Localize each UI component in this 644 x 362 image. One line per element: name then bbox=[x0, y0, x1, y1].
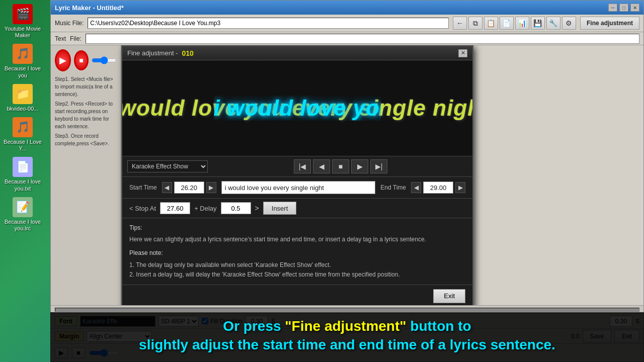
end-time-input[interactable] bbox=[423, 182, 453, 194]
fine-adjustment-modal: Fine adjustment - 010 ✕ i would love you… bbox=[121, 45, 473, 305]
delay-input[interactable] bbox=[221, 202, 251, 214]
modal-titlebar: Fine adjustment - 010 ✕ bbox=[122, 46, 472, 60]
modal-exit-button[interactable]: Exit bbox=[433, 289, 465, 303]
start-time-decrease[interactable]: ◀ bbox=[162, 182, 172, 193]
subtitle-highlight: "Fine adjustment" bbox=[285, 318, 406, 334]
tips-body: Here we can slightly adjust a lyrics sen… bbox=[129, 235, 465, 244]
stop-at-input[interactable] bbox=[160, 202, 190, 214]
main-window: Lyric Maker - Untitled* ─ □ ✕ Music File… bbox=[50, 0, 644, 362]
bkvideo-icon: 📁 bbox=[13, 84, 33, 104]
stop-at-row: < Stop At + Delay > Insert bbox=[122, 198, 472, 218]
mp3-icon-label: Because I love you bbox=[3, 65, 43, 78]
step3-text: Step3. Once record complete,press <Save>… bbox=[55, 132, 117, 147]
progress-track[interactable] bbox=[55, 308, 639, 312]
note-2: 2. Insert a delay tag, will delay the 'K… bbox=[129, 270, 465, 280]
tool-btn-doc2[interactable]: 📄 bbox=[500, 17, 514, 30]
tool-btn-copy[interactable]: ⧉ bbox=[468, 17, 482, 30]
transport-prev[interactable]: ◀ bbox=[313, 159, 330, 173]
stop-at-label: < Stop At bbox=[129, 205, 156, 212]
desktop-icon-txt[interactable]: 📄 Because I love you.txt bbox=[3, 157, 43, 192]
karaoke-text-foreground: i would love you every single night bbox=[214, 96, 381, 121]
minimize-button[interactable]: ─ bbox=[608, 4, 617, 12]
tool-btn-chart[interactable]: 📊 bbox=[515, 17, 529, 30]
main-title: Lyric Maker - Untitled* bbox=[55, 4, 124, 12]
step1-text: Step1. Select <Mucis file> to import mus… bbox=[55, 75, 117, 98]
text-file-input[interactable] bbox=[86, 34, 639, 44]
stop-button[interactable]: ■ bbox=[74, 50, 89, 70]
modal-exit-row: Exit bbox=[122, 285, 472, 305]
lyrics-sentence-input[interactable] bbox=[221, 181, 376, 194]
bkvideo-icon-label: bkvideo-00... bbox=[7, 106, 39, 112]
preview-area: i would love you every single night i wo… bbox=[122, 60, 472, 156]
lrc-icon-label: Because I love you.lrc bbox=[3, 219, 43, 232]
titlebar-controls: ─ □ ✕ bbox=[608, 4, 639, 12]
note-title: Please note: bbox=[129, 248, 465, 258]
desktop-icon-bkvideo[interactable]: 📁 bkvideo-00... bbox=[3, 84, 43, 112]
transport-stop[interactable]: ■ bbox=[332, 159, 349, 173]
youtube-icon-label: Youtube Movie Maker bbox=[3, 26, 43, 39]
maximize-button[interactable]: □ bbox=[619, 4, 628, 12]
desktop-icon-youtube[interactable]: 🎬 Youtube Movie Maker bbox=[3, 4, 43, 39]
music-file-input[interactable] bbox=[88, 18, 449, 29]
youtube-icon: 🎬 bbox=[13, 4, 33, 24]
note-1: 1. The delay tag only be available when … bbox=[129, 260, 465, 270]
end-time-decrease[interactable]: ◀ bbox=[411, 182, 421, 193]
insert-button[interactable]: Insert bbox=[263, 202, 297, 215]
desktop-icon-lrc[interactable]: 📝 Because I love you.lrc bbox=[3, 197, 43, 232]
arrow-right: > bbox=[255, 204, 259, 212]
subtitle-line1: Or press "Fine adjustment" button to bbox=[60, 317, 634, 335]
tool-btn-save[interactable]: 💾 bbox=[531, 17, 545, 30]
start-time-increase[interactable]: ▶ bbox=[206, 182, 216, 193]
end-time-label: End Time bbox=[380, 184, 406, 191]
modal-title-row: Fine adjustment - 010 bbox=[127, 49, 194, 57]
close-button[interactable]: ✕ bbox=[630, 4, 639, 12]
modal-title-number: 010 bbox=[182, 49, 193, 57]
file-label: File: bbox=[70, 35, 82, 42]
end-time-increase[interactable]: ▶ bbox=[455, 182, 465, 193]
desktop-icons: 🎬 Youtube Movie Maker 🎵 Because I love y… bbox=[0, 0, 45, 236]
transport-next[interactable]: ▶ bbox=[351, 159, 368, 173]
music-file-toolbar: Music File: ← ⧉ 📋 📄 📊 💾 🔧 ⚙ Fine adjustm… bbox=[51, 15, 643, 32]
time-adjustment-section: Start Time ◀ ▶ End Time ◀ ▶ bbox=[122, 176, 472, 198]
main-titlebar: Lyric Maker - Untitled* ─ □ ✕ bbox=[51, 1, 643, 15]
tool-btn-settings[interactable]: ⚙ bbox=[562, 17, 576, 30]
tool-btn-doc1[interactable]: 📋 bbox=[484, 17, 498, 30]
effect-dropdown[interactable]: Karaoke Effect Show bbox=[127, 160, 208, 172]
start-time-label: Start Time bbox=[129, 184, 157, 191]
end-time-controls: ◀ ▶ bbox=[411, 182, 465, 194]
modal-controls-row: Karaoke Effect Show |◀ ◀ ■ ▶ ▶| bbox=[122, 156, 472, 176]
start-time-input[interactable] bbox=[174, 182, 204, 194]
step2-text: Step2. Press <Record> to start recording… bbox=[55, 100, 117, 130]
subtitle-banner: Or press "Fine adjustment" button to sli… bbox=[50, 312, 644, 362]
modal-title-text: Fine adjustment - bbox=[127, 49, 178, 57]
subtitle-line2: slightly adjust the start time and end t… bbox=[60, 336, 634, 354]
txt-icon: 📄 bbox=[13, 157, 33, 177]
fine-adjustment-button[interactable]: Fine adjustment bbox=[580, 17, 639, 30]
txt-icon-label: Because I love you.txt bbox=[3, 178, 43, 192]
desktop-icon-mp3-2[interactable]: 🎵 Because I Love Y... bbox=[3, 117, 43, 152]
lrc-icon: 📝 bbox=[13, 197, 33, 217]
text-file-row: Text File: bbox=[51, 32, 643, 45]
volume-slider[interactable] bbox=[92, 56, 117, 64]
music-file-label: Music File: bbox=[55, 20, 84, 27]
transport-to-start[interactable]: |◀ bbox=[294, 159, 311, 173]
mp3-icon: 🎵 bbox=[13, 44, 33, 64]
play-button[interactable]: ▶ bbox=[55, 49, 71, 71]
modal-close-button[interactable]: ✕ bbox=[458, 49, 467, 57]
desktop: 🎬 Youtube Movie Maker 🎵 Because I love y… bbox=[0, 0, 644, 362]
steps-text: Step1. Select <Mucis file> to import mus… bbox=[55, 75, 117, 147]
text-label: Text bbox=[55, 35, 66, 42]
modal-transport: |◀ ◀ ■ ▶ ▶| bbox=[214, 159, 467, 173]
desktop-icon-mp3[interactable]: 🎵 Because I love you bbox=[3, 44, 43, 78]
plus-delay-label: + Delay bbox=[194, 205, 216, 212]
transport-to-end[interactable]: ▶| bbox=[370, 159, 387, 173]
tips-title: Tips: bbox=[129, 223, 465, 233]
tips-section: Tips: Here we can slightly adjust a lyri… bbox=[122, 218, 472, 285]
transport-row: ▶ ■ bbox=[55, 49, 117, 71]
tool-btn-tools[interactable]: 🔧 bbox=[546, 17, 560, 30]
mp3-2-icon: 🎵 bbox=[13, 117, 33, 137]
content-area: ▶ ■ Step1. Select <Mucis file> to import… bbox=[51, 45, 643, 305]
tool-btn-back[interactable]: ← bbox=[453, 17, 467, 30]
left-panel: ▶ ■ Step1. Select <Mucis file> to import… bbox=[51, 45, 121, 305]
karaoke-preview: i would love you every single night i wo… bbox=[136, 90, 458, 126]
